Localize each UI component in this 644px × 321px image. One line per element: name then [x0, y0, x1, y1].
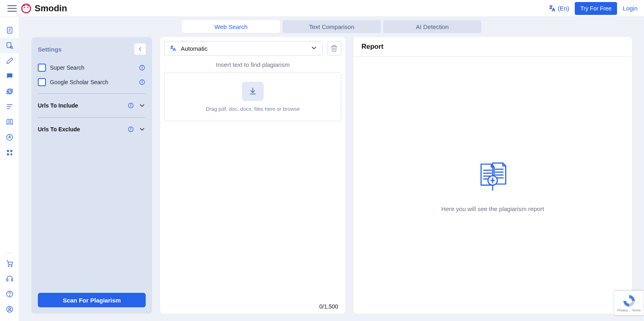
help-icon	[6, 290, 14, 298]
rail-item-account[interactable]	[0, 302, 19, 317]
rail-item-cart[interactable]	[0, 256, 19, 271]
collapse-settings-button[interactable]	[134, 43, 146, 55]
divider	[38, 93, 146, 94]
arrow-loop-icon	[6, 87, 14, 95]
tab-text-comparison[interactable]: Text Comparison	[283, 20, 381, 33]
user-icon	[6, 305, 14, 313]
super-search-info[interactable]	[138, 64, 146, 71]
super-search-label: Super Search	[50, 64, 134, 71]
logo-icon	[21, 3, 31, 14]
rail-item-outline[interactable]	[0, 99, 19, 114]
super-search-row: Super Search	[38, 60, 146, 75]
chevron-down-icon	[310, 44, 318, 53]
svg-line-12	[12, 48, 13, 49]
svg-rect-23	[11, 279, 12, 281]
rail-item-grade[interactable]	[0, 130, 19, 145]
rail-item-research[interactable]	[0, 114, 19, 130]
main-content: Web Search Text Comparison AI Detection …	[19, 17, 644, 321]
trash-icon	[330, 45, 338, 52]
urls-exclude-info[interactable]	[127, 126, 134, 133]
rail-item-rewrite[interactable]	[0, 84, 19, 99]
insert-text-prompt: Insert text to find plagiarism	[164, 61, 341, 68]
try-for-free-button[interactable]: Try For Free	[575, 2, 617, 15]
left-nav-rail	[0, 17, 19, 321]
svg-rect-19	[7, 153, 9, 155]
svg-rect-17	[7, 150, 9, 152]
svg-point-4	[24, 7, 25, 8]
info-icon	[128, 126, 134, 133]
mode-tabs: Web Search Text Comparison AI Detection	[19, 17, 644, 37]
chevron-down-icon	[138, 126, 146, 133]
report-placeholder-text: Here you will see the plagiarism report	[441, 205, 544, 212]
app-header: Smodin (En) Try For Free Login	[0, 0, 644, 17]
info-icon	[139, 64, 145, 71]
language-select[interactable]: Automatic	[164, 41, 323, 56]
rail-item-chat[interactable]	[0, 68, 19, 84]
report-docs-icon	[475, 159, 511, 195]
file-dropzone[interactable]: Drag pdf, doc, docx, files here or brows…	[164, 72, 341, 121]
divider	[38, 117, 146, 118]
rail-divider	[5, 253, 14, 253]
google-scholar-info[interactable]	[138, 79, 146, 86]
svg-point-5	[27, 7, 28, 8]
urls-include-label: Urls To Include	[38, 102, 123, 109]
urls-exclude-toggle[interactable]: Urls To Exclude	[38, 122, 146, 137]
recaptcha-terms-link[interactable]: Terms	[632, 309, 641, 312]
google-scholar-checkbox[interactable]	[38, 78, 46, 86]
google-scholar-label: Google Scholar Search	[50, 79, 134, 85]
report-illustration	[475, 159, 511, 197]
urls-include-toggle[interactable]: Urls To Include	[38, 98, 146, 113]
tab-ai-detection[interactable]: AI Detection	[383, 20, 481, 33]
cart-icon	[6, 259, 14, 267]
rail-item-plagiarism[interactable]	[0, 38, 19, 53]
a-plus-icon	[6, 133, 14, 141]
character-counter: 0/1,500	[319, 303, 338, 310]
info-icon	[128, 102, 134, 109]
svg-point-3	[22, 4, 31, 13]
rail-item-help[interactable]	[0, 286, 19, 302]
chevron-down-icon	[138, 102, 146, 109]
hamburger-icon	[6, 3, 18, 14]
svg-point-21	[11, 265, 12, 267]
clear-text-button[interactable]	[327, 41, 341, 56]
svg-point-25	[9, 296, 10, 296]
report-panel: Report	[353, 37, 632, 314]
svg-point-33	[142, 81, 142, 81]
svg-point-20	[8, 265, 9, 267]
super-search-checkbox[interactable]	[38, 64, 46, 72]
translate-icon	[169, 45, 177, 52]
app-logo[interactable]: Smodin	[21, 3, 67, 14]
tab-web-search[interactable]: Web Search	[182, 20, 280, 33]
recaptcha-icon	[622, 294, 636, 308]
rail-item-support[interactable]	[0, 271, 19, 286]
settings-panel: Settings Super Search Google Scholar Sea…	[31, 37, 152, 314]
upload-icon-container	[242, 82, 264, 101]
dropzone-text: Drag pdf, doc, docx, files here or brows…	[206, 106, 299, 112]
rail-item-write[interactable]	[0, 53, 19, 68]
rail-item-summarize[interactable]	[0, 23, 19, 38]
document-icon	[6, 26, 14, 34]
headset-icon	[6, 275, 14, 283]
language-select-value: Automatic	[181, 45, 208, 52]
recaptcha-privacy-link[interactable]: Privacy	[617, 309, 627, 312]
app-name: Smodin	[35, 3, 67, 14]
svg-point-30	[142, 66, 142, 67]
doc-search-icon	[6, 41, 14, 50]
urls-include-info[interactable]	[127, 102, 134, 109]
language-label: (En)	[558, 5, 569, 12]
urls-exclude-label: Urls To Exclude	[38, 126, 123, 133]
scan-for-plagiarism-button[interactable]: Scan For Plagiarism	[38, 293, 146, 307]
upload-icon	[248, 87, 257, 96]
settings-title: Settings	[38, 46, 62, 53]
recaptcha-links: Privacy - Terms	[617, 309, 641, 312]
svg-rect-22	[6, 279, 8, 281]
recaptcha-badge[interactable]: Privacy - Terms	[614, 290, 644, 315]
lines-icon	[6, 103, 14, 111]
report-title: Report	[353, 37, 632, 57]
language-selector[interactable]: (En)	[548, 4, 569, 12]
rail-item-all-tools[interactable]	[0, 145, 19, 160]
login-link[interactable]: Login	[623, 5, 638, 12]
translate-icon	[548, 4, 556, 12]
menu-button[interactable]	[6, 3, 18, 14]
grid-plus-icon	[6, 149, 14, 157]
